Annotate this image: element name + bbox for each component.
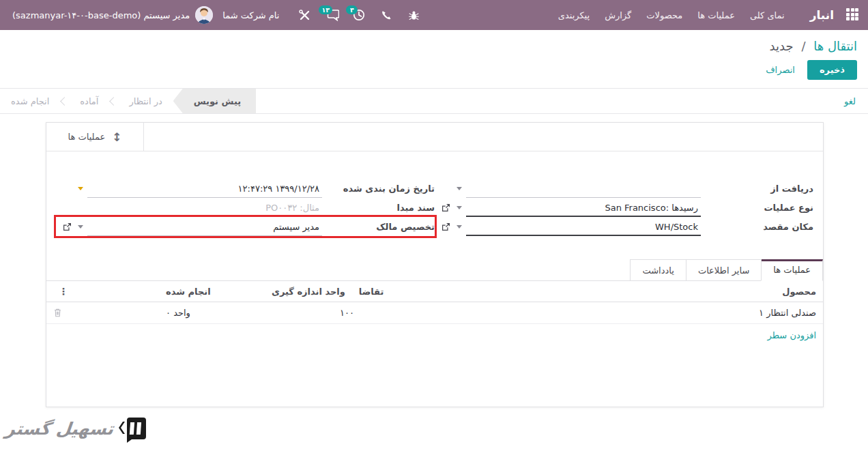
receive-from-field[interactable] — [466, 181, 701, 198]
chevron-down-icon[interactable] — [457, 225, 462, 229]
add-line-link[interactable]: افزودن سطر — [761, 324, 823, 347]
user-avatar — [195, 6, 213, 24]
tab-note[interactable]: یادداشت — [630, 259, 686, 280]
notebook: عملیات ها سایر اطلاعات یادداشت محصول تقا… — [46, 259, 823, 347]
field-row-destination-location: مکان مقصد WH/Stock — [435, 217, 813, 236]
header-done[interactable]: انجام شده — [159, 282, 265, 301]
add-line-row: افزودن سطر — [46, 324, 823, 347]
field-row-receive-from: دریافت از — [435, 179, 813, 198]
breadcrumb-current: جدید — [770, 39, 794, 53]
tools-icon[interactable] — [293, 5, 316, 25]
header-uom[interactable]: واحد اندازه گیری — [265, 282, 352, 301]
control-panel-buttons: ذخیره انصراف — [11, 60, 857, 80]
field-icons — [56, 187, 87, 190]
status-step-ready[interactable]: آماده — [69, 89, 109, 113]
up-down-arrow-icon: ↕ — [112, 130, 121, 144]
operations-stat-button[interactable]: عملیات ها ↕ — [46, 123, 144, 151]
chevron-down-icon[interactable] — [78, 187, 83, 190]
menu-overview[interactable]: نمای کلی — [742, 2, 792, 29]
form-col-right: دریافت از نوع عملیات San Francisco: رسید… — [435, 179, 813, 236]
external-link-icon[interactable] — [442, 222, 450, 231]
field-row-scheduled-date: تاریخ زمان بندی شده ۱۳۹۹/۱۲/۲۸ ۱۲:۴۷:۲۹ — [56, 179, 435, 198]
assign-owner-field[interactable]: مدیر سیستم — [87, 220, 322, 236]
statusbar: پیش نویس در انتظار آماده انجام شده — [0, 89, 256, 113]
header-demand[interactable]: تقاضا — [352, 282, 512, 301]
field-icons — [435, 203, 466, 212]
form-fields: دریافت از نوع عملیات San Francisco: رسید… — [46, 151, 823, 236]
field-icons — [435, 222, 466, 231]
control-panel: انتقال ها / جدید ذخیره انصراف — [0, 30, 868, 80]
scheduled-date-field[interactable]: ۱۳۹۹/۱۲/۲۸ ۱۲:۴۷:۲۹ — [87, 181, 322, 198]
header-options: ⋮ — [46, 281, 159, 302]
chevron-down-icon[interactable] — [457, 206, 462, 209]
field-label: دریافت از — [701, 184, 813, 194]
odoo-inventory-transfer-page: انبار نمای کلی عملیات ها محصولات گزارش پ… — [0, 0, 868, 453]
field-icons — [435, 187, 466, 190]
messages-badge: ۱۳ — [319, 5, 332, 14]
operation-type-field[interactable]: San Francisco: رسیدها — [466, 201, 701, 217]
status-strip: لغو پیش نویس در انتظار آماده انجام شده — [0, 88, 868, 114]
topbar-nav: انبار نمای کلی عملیات ها محصولات گزارش پ… — [551, 2, 858, 29]
field-row-source-document: سند مبدا — [56, 198, 435, 217]
topbar-systray: مدیر سیستم (sazmanyar-۱۴-۰-base-demo) نا… — [10, 5, 425, 25]
cell-product[interactable]: صندلی انتظار ۱ — [493, 304, 823, 322]
breadcrumb: انتقال ها / جدید — [11, 39, 857, 53]
company-name[interactable]: نام شرکت شما — [217, 10, 289, 20]
cell-uom-spacer — [265, 309, 333, 317]
footer-logo-text: تسهیل گستر — [4, 419, 114, 439]
status-step-done[interactable]: انجام شده — [0, 89, 60, 113]
app-name[interactable]: انبار — [810, 8, 834, 22]
footer-logo-icon — [117, 413, 147, 443]
list-header: محصول تقاضا واحد اندازه گیری انجام شده ⋮ — [46, 281, 823, 302]
chevron-down-icon[interactable] — [78, 225, 83, 229]
form-col-left: تاریخ زمان بندی شده ۱۳۹۹/۱۲/۲۸ ۱۲:۴۷:۲۹ … — [56, 179, 435, 236]
status-step-waiting[interactable]: در انتظار — [118, 89, 173, 113]
activities-badge: ۴ — [346, 5, 358, 14]
external-link-icon[interactable] — [442, 203, 450, 212]
menu-operations[interactable]: عملیات ها — [690, 2, 742, 29]
activities-icon[interactable]: ۴ — [347, 5, 371, 25]
discard-button[interactable]: انصراف — [756, 60, 805, 80]
cell-done[interactable]: ۰ واحد — [159, 304, 265, 322]
uom-name: واحد — [173, 308, 190, 318]
field-label: مکان مقصد — [701, 222, 813, 232]
source-document-field[interactable] — [87, 201, 322, 217]
user-name: مدیر سیستم (sazmanyar-۱۴-۰-base-demo) — [12, 10, 190, 20]
form-sheet: عملیات ها ↕ دریافت از نوع عملیات San Fra… — [46, 122, 824, 407]
destination-location-field[interactable]: WH/Stock — [466, 220, 701, 236]
menu-products[interactable]: محصولات — [639, 2, 690, 29]
table-row: صندلی انتظار ۱ ۱۰۰ ۰ واحد — [46, 302, 823, 324]
menu-configuration[interactable]: پیکربندی — [551, 2, 597, 29]
moves-list: محصول تقاضا واحد اندازه گیری انجام شده ⋮… — [46, 281, 823, 347]
tab-additional-info[interactable]: سایر اطلاعات — [686, 259, 762, 280]
breadcrumb-separator: / — [797, 39, 809, 53]
save-button[interactable]: ذخیره — [807, 60, 857, 80]
field-label: سند مبدا — [322, 203, 435, 213]
source-document-input[interactable] — [90, 203, 319, 213]
cell-actions — [46, 302, 159, 323]
stat-button-label: عملیات ها — [68, 132, 106, 142]
header-product[interactable]: محصول — [512, 282, 823, 301]
status-chevron-icon — [60, 97, 69, 106]
bug-icon[interactable] — [402, 5, 425, 25]
menu-reporting[interactable]: گزارش — [597, 2, 639, 29]
user-menu[interactable]: مدیر سیستم (sazmanyar-۱۴-۰-base-demo) — [10, 6, 213, 24]
operation-type-value: San Francisco: رسیدها — [469, 203, 698, 213]
chevron-down-icon[interactable] — [457, 187, 462, 190]
phone-icon[interactable] — [375, 5, 398, 25]
status-chevron-icon — [110, 97, 119, 106]
apps-menu-icon[interactable] — [845, 8, 858, 22]
field-label: تاریخ زمان بندی شده — [322, 184, 435, 194]
done-qty: ۰ — [166, 308, 171, 318]
optional-columns-icon[interactable]: ⋮ — [53, 285, 74, 297]
messages-icon[interactable]: ۱۳ — [320, 5, 343, 25]
footer-logo: تسهیل گستر — [5, 413, 147, 443]
status-step-draft[interactable]: پیش نویس — [173, 89, 256, 113]
external-link-icon[interactable] — [63, 222, 72, 231]
tab-operations[interactable]: عملیات ها — [761, 259, 823, 281]
trash-icon[interactable] — [53, 306, 84, 319]
breadcrumb-parent-link[interactable]: انتقال ها — [813, 39, 857, 53]
cancel-button[interactable]: لغو — [832, 89, 868, 113]
field-row-assign-owner: تخصیص مالک مدیر سیستم — [56, 217, 435, 236]
cell-demand[interactable]: ۱۰۰ — [333, 304, 493, 322]
